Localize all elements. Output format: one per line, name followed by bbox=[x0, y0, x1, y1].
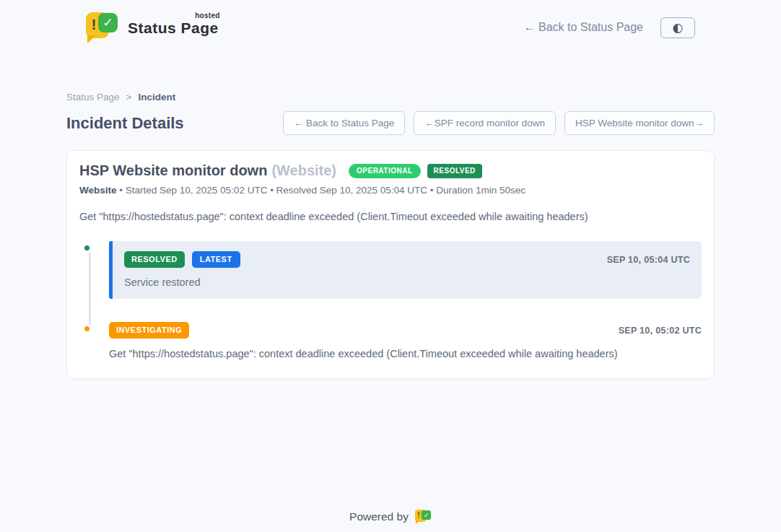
breadcrumb-separator: > bbox=[126, 92, 132, 103]
back-to-status-page-button[interactable]: ← Back to Status Page bbox=[283, 111, 406, 135]
header: ! ✓ hosted Status Page ← Back to Status … bbox=[0, 0, 781, 54]
logo[interactable]: ! ✓ hosted Status Page bbox=[86, 11, 219, 44]
breadcrumb-incident: Incident bbox=[138, 92, 175, 103]
logo-brand-label: Status Page bbox=[128, 19, 219, 36]
timeline-dot-green bbox=[82, 243, 92, 253]
incident-description: Get "https://hostedstatus.page": context… bbox=[79, 211, 702, 222]
timeline-dot-orange bbox=[82, 324, 92, 333]
breadcrumb: Status Page > Incident bbox=[66, 92, 715, 103]
exclamation-icon: ! bbox=[416, 512, 421, 519]
incident-scope: (Website) bbox=[271, 162, 336, 179]
footer-logo-icon[interactable]: ! ✓ bbox=[415, 509, 432, 524]
timeline-message: Get "https://hostedstatus.page": context… bbox=[109, 348, 702, 359]
timeline-row: RESOLVED LATEST SEP 10, 05:04 UTC bbox=[124, 251, 690, 268]
theme-toggle-button[interactable]: ◐ bbox=[660, 17, 695, 38]
logo-text: hosted Status Page bbox=[128, 11, 219, 37]
title-row: Incident Details ← Back to Status Page ←… bbox=[66, 111, 715, 135]
checkmark-icon: ✓ bbox=[98, 13, 118, 32]
breadcrumb-status-page[interactable]: Status Page bbox=[66, 92, 120, 103]
checkmark-icon: ✓ bbox=[422, 510, 431, 520]
timeline-timestamp: SEP 10, 05:04 UTC bbox=[607, 255, 690, 265]
timeline-plain-entry: INVESTIGATING SEP 10, 05:02 UTC Get "htt… bbox=[109, 322, 702, 359]
next-incident-button[interactable]: HSP Website monitor down→ bbox=[564, 111, 715, 135]
incident-nav-buttons: ← Back to Status Page ←SPF record monito… bbox=[283, 111, 715, 135]
footer: Powered by ! ✓ © 2025-10-08 14:10:34.772… bbox=[0, 509, 781, 532]
timeline-highlight-box: RESOLVED LATEST SEP 10, 05:04 UTC Servic… bbox=[109, 241, 702, 299]
logo-bubble-tail bbox=[87, 35, 96, 43]
incident-meta: Website • Started Sep 10, 2025 05:02 UTC… bbox=[79, 185, 702, 196]
header-inner: ! ✓ hosted Status Page ← Back to Status … bbox=[86, 11, 695, 44]
incident-title-row: HSP Website monitor down (Website) OPERA… bbox=[79, 162, 702, 179]
page-title: Incident Details bbox=[66, 114, 184, 133]
logo-hosted-label: hosted bbox=[195, 12, 220, 19]
logo-icon: ! ✓ bbox=[86, 11, 119, 44]
contrast-icon: ◐ bbox=[673, 22, 684, 34]
timeline-item-investigating: INVESTIGATING SEP 10, 05:02 UTC Get "htt… bbox=[79, 322, 702, 359]
resolved-status-badge: RESOLVED bbox=[124, 251, 185, 268]
resolved-badge: RESOLVED bbox=[427, 164, 482, 178]
investigating-status-badge: INVESTIGATING bbox=[109, 322, 189, 339]
incident-meta-details: • Started Sep 10, 2025 05:02 UTC • Resol… bbox=[119, 185, 525, 196]
timeline-message: Service restored bbox=[124, 276, 690, 288]
logo-bubble-tail bbox=[416, 520, 419, 524]
timeline-row: INVESTIGATING SEP 10, 05:02 UTC bbox=[109, 322, 702, 339]
powered-by: Powered by ! ✓ bbox=[0, 509, 781, 524]
prev-incident-button[interactable]: ←SPF record monitor down bbox=[414, 111, 556, 135]
timeline-badges: RESOLVED LATEST bbox=[124, 251, 240, 268]
latest-badge: LATEST bbox=[192, 251, 240, 268]
incident-timeline: RESOLVED LATEST SEP 10, 05:04 UTC Servic… bbox=[79, 241, 702, 359]
timeline-timestamp: SEP 10, 05:02 UTC bbox=[619, 326, 702, 336]
back-to-status-link[interactable]: ← Back to Status Page bbox=[524, 21, 643, 34]
header-right: ← Back to Status Page ◐ bbox=[524, 17, 695, 38]
incident-service-name: Website bbox=[79, 185, 117, 196]
incident-title: HSP Website monitor down bbox=[79, 162, 267, 179]
operational-badge: OPERATIONAL bbox=[349, 164, 421, 178]
incident-card: HSP Website monitor down (Website) OPERA… bbox=[66, 150, 715, 379]
exclamation-icon: ! bbox=[90, 17, 97, 32]
powered-by-label: Powered by bbox=[349, 510, 409, 523]
timeline-item-resolved: RESOLVED LATEST SEP 10, 05:04 UTC Servic… bbox=[79, 241, 702, 299]
main-content: Status Page > Incident Incident Details … bbox=[66, 92, 715, 379]
